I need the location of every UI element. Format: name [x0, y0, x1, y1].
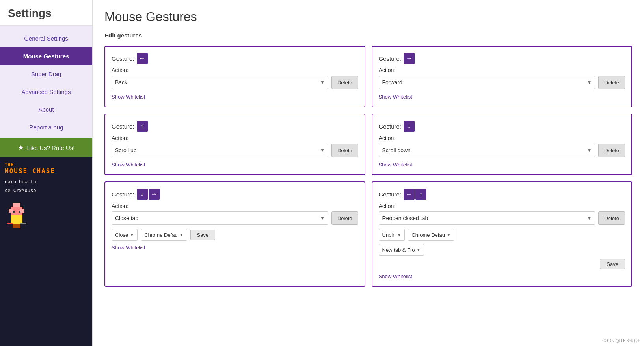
promo-line2: se CrxMouse: [5, 187, 87, 195]
svg-rect-3: [13, 211, 15, 213]
chevron-down-icon: ▼: [587, 148, 592, 153]
gesture-card-reopen-tab: Gesture: ← ↑ Action: Reopen closed tab ▼…: [372, 181, 633, 287]
gesture-icon-close-tab: ↓ →: [137, 189, 160, 200]
action-select-scroll-down[interactable]: Scroll down ▼: [379, 144, 596, 157]
promo-block: THE MOUSE CHASE earn how to se CrxMouse: [0, 157, 92, 346]
action-row-scroll-up: Scroll up ▼ Delete: [112, 144, 358, 157]
action-select-forward[interactable]: Forward ▼: [379, 76, 596, 89]
svg-rect-5: [9, 209, 13, 213]
gesture-card-close-tab: Gesture: ↓ → Action: Close tab ▼ Delete …: [104, 181, 365, 287]
svg-rect-8: [13, 224, 17, 228]
gesture-label-scroll-down: Gesture:: [379, 123, 402, 130]
watermark: CSDN @TE-茶叶汪: [602, 338, 640, 344]
arrow-down-icon: ↓: [404, 121, 415, 132]
action-row-scroll-down: Scroll down ▼ Delete: [379, 144, 625, 157]
action-select-text-forward: Forward: [382, 79, 587, 86]
promo-line1: earn how to: [5, 178, 87, 187]
action-label-close-tab: Action:: [112, 203, 358, 209]
delete-button-back[interactable]: Delete: [331, 76, 358, 89]
action-label-scroll-down: Action:: [379, 135, 625, 141]
arrow-up-icon-2: ↑: [415, 189, 426, 200]
gesture-card-back: Gesture: ← Action: Back ▼ Delete Show Wh…: [104, 46, 365, 107]
delete-button-scroll-down[interactable]: Delete: [598, 144, 625, 157]
arrow-left-icon: ←: [137, 53, 148, 64]
gesture-label-back: Gesture:: [112, 55, 134, 62]
rate-us-button[interactable]: ★ Like Us? Rate Us!: [0, 138, 92, 157]
action-select-text-back: Back: [115, 79, 320, 86]
promo-title: MOUSE CHASE: [5, 167, 87, 175]
gesture-header-forward: Gesture: →: [379, 53, 625, 64]
show-whitelist-back[interactable]: Show Whitelist: [112, 94, 145, 100]
svg-rect-11: [20, 223, 26, 224]
sidebar-item-report-bug[interactable]: Report a bug: [0, 118, 92, 136]
show-whitelist-close-tab[interactable]: Show Whitelist: [112, 245, 145, 251]
delete-button-scroll-up[interactable]: Delete: [331, 144, 358, 157]
action-label-forward: Action:: [379, 67, 625, 73]
star-icon: ★: [18, 143, 24, 152]
action-label-reopen-tab: Action:: [379, 203, 625, 209]
chevron-down-icon: ▼: [417, 247, 421, 252]
gesture-grid: Gesture: ← Action: Back ▼ Delete Show Wh…: [104, 46, 632, 287]
gesture-header-scroll-down: Gesture: ↓: [379, 121, 625, 132]
chevron-down-icon: ▼: [587, 215, 592, 221]
show-whitelist-forward[interactable]: Show Whitelist: [379, 94, 412, 100]
action-row-forward: Forward ▼ Delete: [379, 76, 625, 89]
gesture-label-scroll-up: Gesture:: [112, 123, 134, 130]
chevron-down-icon: ▼: [320, 215, 325, 221]
action-select-text-scroll-down: Scroll down: [382, 147, 587, 153]
show-whitelist-scroll-down[interactable]: Show Whitelist: [379, 162, 412, 168]
gesture-header-back: Gesture: ←: [112, 53, 358, 64]
action-select-back[interactable]: Back ▼: [112, 76, 328, 89]
chevron-down-icon: ▼: [130, 232, 134, 237]
show-whitelist-reopen-tab[interactable]: Show Whitelist: [379, 273, 412, 279]
arrow-up-icon: ↑: [137, 121, 148, 132]
save-button-reopen-tab[interactable]: Save: [600, 259, 625, 269]
sidebar-item-super-drag[interactable]: Super Drag: [0, 65, 92, 83]
edit-gestures-label: Edit gestures: [104, 32, 632, 39]
svg-rect-1: [17, 203, 20, 207]
extra-select-reopen-3-text: New tab & Fro: [382, 247, 415, 253]
show-whitelist-scroll-up[interactable]: Show Whitelist: [112, 162, 145, 168]
gesture-card-forward: Gesture: → Action: Forward ▼ Delete Show…: [372, 46, 633, 107]
rate-label: Like Us? Rate Us!: [27, 144, 75, 151]
extra-select-close-1[interactable]: Close ▼: [112, 229, 138, 241]
arrow-down-icon-2: ↓: [137, 189, 148, 200]
svg-rect-6: [20, 209, 24, 213]
extra-select-reopen-1[interactable]: Unpin ▼: [379, 229, 405, 241]
save-button-close-tab[interactable]: Save: [190, 230, 216, 240]
chevron-down-icon: ▼: [179, 232, 184, 237]
arrow-right-icon-2: →: [149, 189, 160, 200]
svg-rect-9: [17, 224, 20, 228]
chevron-down-icon: ▼: [320, 148, 325, 153]
action-select-close-tab[interactable]: Close tab ▼: [112, 211, 328, 225]
extra-select-close-2-text: Chrome Defau: [144, 232, 178, 238]
delete-button-reopen-tab[interactable]: Delete: [598, 211, 625, 225]
sidebar-item-advanced-settings[interactable]: Advanced Settings: [0, 83, 92, 101]
sidebar-item-mouse-gestures[interactable]: Mouse Gestures: [0, 47, 92, 65]
action-select-text-scroll-up: Scroll up: [115, 147, 320, 153]
sidebar-item-about[interactable]: About: [0, 101, 92, 118]
extra-select-reopen-3[interactable]: New tab & Fro ▼: [379, 244, 424, 256]
action-select-reopen-tab[interactable]: Reopen closed tab ▼: [379, 211, 596, 225]
promo-the: THE: [5, 162, 87, 167]
delete-button-close-tab[interactable]: Delete: [331, 211, 358, 225]
chevron-down-icon: ▼: [320, 80, 325, 85]
extra-controls-reopen-2: New tab & Fro ▼: [379, 244, 625, 256]
extra-controls-close-tab: Close ▼ Chrome Defau ▼ Save: [112, 229, 358, 241]
gesture-icon-scroll-down: ↓: [404, 121, 415, 132]
gesture-icon-scroll-up: ↑: [137, 121, 148, 132]
action-label-scroll-up: Action:: [112, 135, 358, 141]
action-row-back: Back ▼ Delete: [112, 76, 358, 89]
sidebar-item-general[interactable]: General Settings: [0, 30, 92, 47]
sidebar: Settings General Settings Mouse Gestures…: [0, 0, 93, 346]
delete-button-forward[interactable]: Delete: [598, 76, 625, 89]
extra-select-close-2[interactable]: Chrome Defau ▼: [141, 229, 187, 241]
extra-select-close-1-text: Close: [115, 232, 128, 238]
action-select-text-reopen-tab: Reopen closed tab: [382, 215, 587, 221]
action-select-scroll-up[interactable]: Scroll up ▼: [112, 144, 328, 157]
action-row-reopen-tab: Reopen closed tab ▼ Delete: [379, 211, 625, 225]
arrow-right-icon: →: [404, 53, 415, 64]
arrow-left-icon-2: ←: [404, 189, 415, 200]
extra-select-reopen-2[interactable]: Chrome Defau ▼: [408, 229, 454, 241]
gesture-card-scroll-up: Gesture: ↑ Action: Scroll up ▼ Delete Sh…: [104, 114, 365, 175]
